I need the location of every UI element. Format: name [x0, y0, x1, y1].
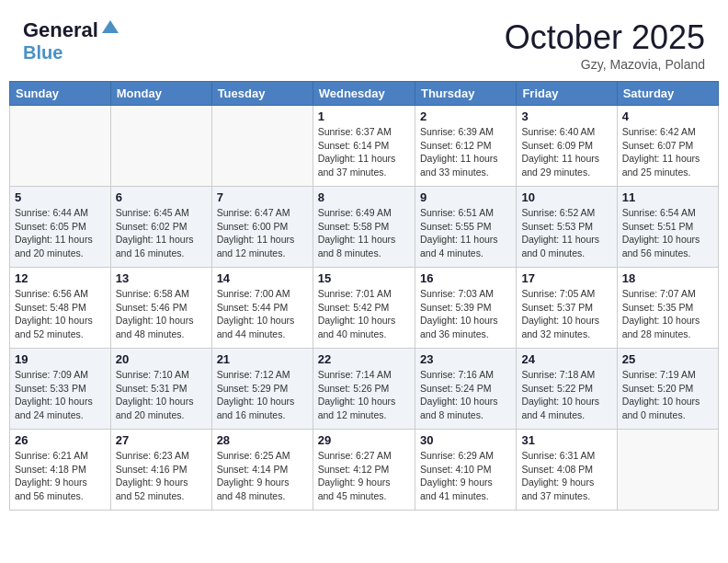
calendar-table: SundayMondayTuesdayWednesdayThursdayFrid… — [9, 81, 719, 511]
day-number: 21 — [217, 352, 308, 366]
day-number: 27 — [116, 433, 207, 447]
calendar-cell: 27Sunrise: 6:23 AM Sunset: 4:16 PM Dayli… — [110, 430, 211, 511]
calendar-cell: 7Sunrise: 6:47 AM Sunset: 6:00 PM Daylig… — [211, 187, 313, 268]
weekday-header-wednesday: Wednesday — [313, 82, 415, 106]
day-number: 9 — [420, 190, 511, 204]
day-number: 25 — [622, 352, 713, 366]
day-info: Sunrise: 6:51 AM Sunset: 5:55 PM Dayligh… — [420, 206, 511, 260]
calendar-cell: 22Sunrise: 7:14 AM Sunset: 5:26 PM Dayli… — [313, 349, 415, 430]
day-info: Sunrise: 7:07 AM Sunset: 5:35 PM Dayligh… — [622, 287, 713, 341]
calendar-cell: 6Sunrise: 6:45 AM Sunset: 6:02 PM Daylig… — [110, 187, 211, 268]
day-number: 30 — [420, 433, 511, 447]
location-text: Gzy, Mazovia, Poland — [505, 57, 705, 72]
calendar-cell: 31Sunrise: 6:31 AM Sunset: 4:08 PM Dayli… — [517, 430, 617, 511]
calendar-cell: 2Sunrise: 6:39 AM Sunset: 6:12 PM Daylig… — [415, 106, 516, 187]
day-number: 26 — [15, 433, 106, 447]
day-info: Sunrise: 6:56 AM Sunset: 5:48 PM Dayligh… — [15, 287, 106, 341]
weekday-header-row: SundayMondayTuesdayWednesdayThursdayFrid… — [10, 82, 719, 106]
calendar-cell: 26Sunrise: 6:21 AM Sunset: 4:18 PM Dayli… — [10, 430, 111, 511]
day-number: 22 — [318, 352, 410, 366]
day-info: Sunrise: 6:27 AM Sunset: 4:12 PM Dayligh… — [318, 449, 410, 503]
day-number: 3 — [521, 109, 611, 123]
day-info: Sunrise: 6:29 AM Sunset: 4:10 PM Dayligh… — [420, 449, 511, 503]
day-number: 11 — [622, 190, 713, 204]
calendar-cell: 4Sunrise: 6:42 AM Sunset: 6:07 PM Daylig… — [617, 106, 718, 187]
calendar-week-row: 1Sunrise: 6:37 AM Sunset: 6:14 PM Daylig… — [10, 106, 719, 187]
day-number: 14 — [217, 271, 308, 285]
calendar-cell — [617, 430, 718, 511]
day-info: Sunrise: 7:12 AM Sunset: 5:29 PM Dayligh… — [217, 368, 308, 422]
logo-icon — [102, 18, 119, 35]
day-number: 23 — [420, 352, 511, 366]
weekday-header-friday: Friday — [517, 82, 617, 106]
day-number: 17 — [521, 271, 611, 285]
calendar-cell: 13Sunrise: 6:58 AM Sunset: 5:46 PM Dayli… — [110, 268, 211, 349]
calendar-cell: 1Sunrise: 6:37 AM Sunset: 6:14 PM Daylig… — [313, 106, 415, 187]
day-number: 15 — [318, 271, 410, 285]
calendar-cell — [10, 106, 111, 187]
day-number: 29 — [318, 433, 410, 447]
day-info: Sunrise: 6:44 AM Sunset: 6:05 PM Dayligh… — [15, 206, 106, 260]
svg-marker-0 — [102, 20, 119, 33]
calendar-cell: 19Sunrise: 7:09 AM Sunset: 5:33 PM Dayli… — [10, 349, 111, 430]
calendar-cell: 17Sunrise: 7:05 AM Sunset: 5:37 PM Dayli… — [517, 268, 617, 349]
calendar-cell: 11Sunrise: 6:54 AM Sunset: 5:51 PM Dayli… — [617, 187, 718, 268]
calendar-week-row: 12Sunrise: 6:56 AM Sunset: 5:48 PM Dayli… — [10, 268, 719, 349]
day-info: Sunrise: 7:16 AM Sunset: 5:24 PM Dayligh… — [420, 368, 511, 422]
day-number: 7 — [217, 190, 308, 204]
title-section: October 2025 Gzy, Mazovia, Poland — [505, 18, 705, 72]
day-info: Sunrise: 6:54 AM Sunset: 5:51 PM Dayligh… — [622, 206, 713, 260]
calendar-cell: 25Sunrise: 7:19 AM Sunset: 5:20 PM Dayli… — [617, 349, 718, 430]
day-info: Sunrise: 6:52 AM Sunset: 5:53 PM Dayligh… — [521, 206, 611, 260]
weekday-header-tuesday: Tuesday — [211, 82, 313, 106]
day-info: Sunrise: 7:01 AM Sunset: 5:42 PM Dayligh… — [318, 287, 410, 341]
calendar-cell: 24Sunrise: 7:18 AM Sunset: 5:22 PM Dayli… — [517, 349, 617, 430]
calendar-cell: 12Sunrise: 6:56 AM Sunset: 5:48 PM Dayli… — [10, 268, 111, 349]
day-info: Sunrise: 7:18 AM Sunset: 5:22 PM Dayligh… — [521, 368, 611, 422]
day-number: 24 — [521, 352, 611, 366]
calendar-cell: 10Sunrise: 6:52 AM Sunset: 5:53 PM Dayli… — [517, 187, 617, 268]
calendar-cell: 14Sunrise: 7:00 AM Sunset: 5:44 PM Dayli… — [211, 268, 313, 349]
day-number: 1 — [318, 109, 410, 123]
page-header: General Blue October 2025 Gzy, Mazovia, … — [9, 9, 719, 76]
calendar-cell: 29Sunrise: 6:27 AM Sunset: 4:12 PM Dayli… — [313, 430, 415, 511]
calendar-cell: 23Sunrise: 7:16 AM Sunset: 5:24 PM Dayli… — [415, 349, 516, 430]
day-info: Sunrise: 7:03 AM Sunset: 5:39 PM Dayligh… — [420, 287, 511, 341]
day-number: 12 — [15, 271, 106, 285]
calendar-week-row: 19Sunrise: 7:09 AM Sunset: 5:33 PM Dayli… — [10, 349, 719, 430]
day-info: Sunrise: 6:47 AM Sunset: 6:00 PM Dayligh… — [217, 206, 308, 260]
day-info: Sunrise: 6:23 AM Sunset: 4:16 PM Dayligh… — [116, 449, 207, 503]
day-number: 16 — [420, 271, 511, 285]
calendar-cell: 30Sunrise: 6:29 AM Sunset: 4:10 PM Dayli… — [415, 430, 516, 511]
calendar-cell: 18Sunrise: 7:07 AM Sunset: 5:35 PM Dayli… — [617, 268, 718, 349]
logo-text-blue: Blue — [23, 42, 63, 63]
day-info: Sunrise: 7:10 AM Sunset: 5:31 PM Dayligh… — [116, 368, 207, 422]
day-number: 19 — [15, 352, 106, 366]
calendar-cell: 9Sunrise: 6:51 AM Sunset: 5:55 PM Daylig… — [415, 187, 516, 268]
logo: General Blue — [23, 18, 119, 63]
day-info: Sunrise: 6:25 AM Sunset: 4:14 PM Dayligh… — [217, 449, 308, 503]
calendar-cell: 21Sunrise: 7:12 AM Sunset: 5:29 PM Dayli… — [211, 349, 313, 430]
day-number: 20 — [116, 352, 207, 366]
day-number: 31 — [521, 433, 611, 447]
day-info: Sunrise: 7:19 AM Sunset: 5:20 PM Dayligh… — [622, 368, 713, 422]
day-info: Sunrise: 6:58 AM Sunset: 5:46 PM Dayligh… — [116, 287, 207, 341]
day-info: Sunrise: 7:14 AM Sunset: 5:26 PM Dayligh… — [318, 368, 410, 422]
day-info: Sunrise: 6:42 AM Sunset: 6:07 PM Dayligh… — [622, 125, 713, 179]
day-info: Sunrise: 6:45 AM Sunset: 6:02 PM Dayligh… — [116, 206, 207, 260]
weekday-header-thursday: Thursday — [415, 82, 516, 106]
calendar-cell: 8Sunrise: 6:49 AM Sunset: 5:58 PM Daylig… — [313, 187, 415, 268]
calendar-cell: 20Sunrise: 7:10 AM Sunset: 5:31 PM Dayli… — [110, 349, 211, 430]
day-number: 6 — [116, 190, 207, 204]
day-info: Sunrise: 6:40 AM Sunset: 6:09 PM Dayligh… — [521, 125, 611, 179]
calendar-cell: 3Sunrise: 6:40 AM Sunset: 6:09 PM Daylig… — [517, 106, 617, 187]
day-number: 28 — [217, 433, 308, 447]
day-number: 2 — [420, 109, 511, 123]
day-info: Sunrise: 6:21 AM Sunset: 4:18 PM Dayligh… — [15, 449, 106, 503]
calendar-week-row: 26Sunrise: 6:21 AM Sunset: 4:18 PM Dayli… — [10, 430, 719, 511]
calendar-cell: 16Sunrise: 7:03 AM Sunset: 5:39 PM Dayli… — [415, 268, 516, 349]
day-info: Sunrise: 6:49 AM Sunset: 5:58 PM Dayligh… — [318, 206, 410, 260]
day-info: Sunrise: 7:00 AM Sunset: 5:44 PM Dayligh… — [217, 287, 308, 341]
day-info: Sunrise: 7:05 AM Sunset: 5:37 PM Dayligh… — [521, 287, 611, 341]
day-number: 5 — [15, 190, 106, 204]
